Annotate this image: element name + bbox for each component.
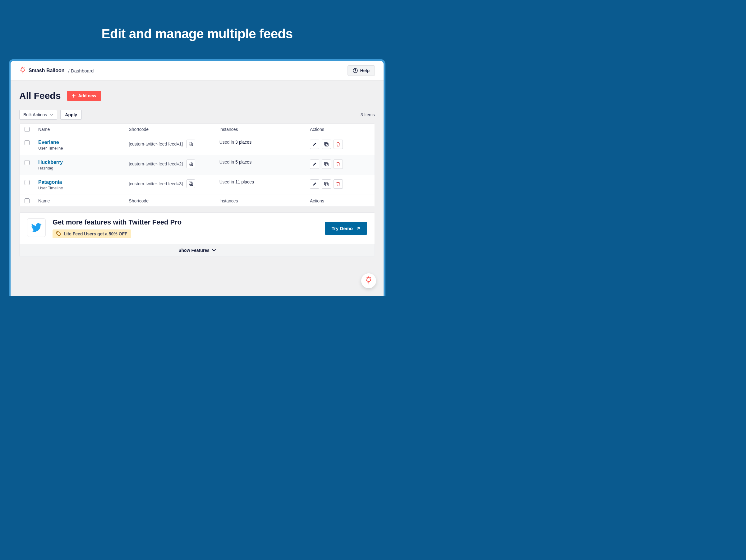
promo-card: Get more features with Twitter Feed Pro … <box>19 213 375 257</box>
table-row: PatagoniaUser Timeline[custom-twitter-fe… <box>20 175 375 195</box>
svg-rect-13 <box>325 183 328 186</box>
try-demo-button[interactable]: Try Demo <box>325 222 367 235</box>
select-all-checkbox-footer[interactable] <box>25 198 30 203</box>
instances-text: Used in 11 places <box>220 179 254 185</box>
copy-icon <box>324 162 328 166</box>
svg-rect-5 <box>325 143 328 146</box>
promo-title: Get more features with Twitter Feed Pro <box>53 218 181 226</box>
svg-rect-10 <box>324 162 327 165</box>
twitter-icon <box>27 218 46 237</box>
copy-icon <box>324 142 328 146</box>
col-actions: Actions <box>306 127 375 132</box>
help-label: Help <box>360 68 370 73</box>
add-new-label: Add new <box>78 93 96 98</box>
instances-link[interactable]: 3 places <box>235 140 252 145</box>
copy-icon <box>189 142 193 146</box>
instances-link[interactable]: 5 places <box>235 160 252 165</box>
row-checkbox[interactable] <box>25 180 30 185</box>
delete-button[interactable] <box>334 179 343 189</box>
feed-name-link[interactable]: Patagonia <box>38 179 62 185</box>
feed-name-link[interactable]: Everlane <box>38 140 59 145</box>
trash-icon <box>336 182 340 186</box>
table-row: HuckberryHashtag[custom-twitter-feed fee… <box>20 155 375 175</box>
table-footer: Name Shortcode Instances Actions <box>20 195 375 206</box>
promo-text: Get more features with Twitter Feed Pro … <box>53 218 181 238</box>
select-all-checkbox[interactable] <box>25 127 30 132</box>
feed-type: Hashtag <box>38 166 53 170</box>
svg-rect-4 <box>189 142 192 145</box>
plus-icon <box>72 94 76 97</box>
tag-icon <box>56 231 61 236</box>
instances-text: Used in 5 places <box>220 160 252 165</box>
controls-row: Bulk Actions Apply 3 Items <box>19 110 375 120</box>
brand-logo-icon <box>19 67 26 74</box>
delete-button[interactable] <box>334 140 343 149</box>
edit-button[interactable] <box>310 160 319 169</box>
promo-left: Get more features with Twitter Feed Pro … <box>27 218 181 238</box>
chevron-down-icon <box>50 114 53 116</box>
brand: Smash Balloon / Dashboard <box>19 67 93 74</box>
col-instances: Instances <box>216 127 306 132</box>
pencil-icon <box>312 162 317 166</box>
items-count: 3 Items <box>361 112 375 117</box>
svg-point-16 <box>367 278 370 281</box>
try-demo-label: Try Demo <box>332 226 353 231</box>
trash-icon <box>336 142 340 146</box>
promo-badge: Lite Feed Users get a 50% OFF <box>53 229 131 238</box>
duplicate-button[interactable] <box>322 140 331 149</box>
chevron-down-icon <box>212 249 216 252</box>
copy-icon <box>324 182 328 186</box>
promo-main: Get more features with Twitter Feed Pro … <box>20 213 375 244</box>
col-actions-footer: Actions <box>306 198 375 203</box>
copy-icon <box>189 162 193 166</box>
svg-rect-7 <box>190 163 193 166</box>
edit-button[interactable] <box>310 179 319 189</box>
svg-rect-11 <box>190 183 193 186</box>
help-icon <box>353 68 358 73</box>
svg-rect-12 <box>189 182 192 185</box>
show-features-label: Show Features <box>178 248 209 253</box>
shortcode-text: [custom-twitter-feed feed=1] <box>129 141 183 146</box>
show-features-toggle[interactable]: Show Features <box>20 244 375 256</box>
app-frame: Smash Balloon / Dashboard Help All Feeds… <box>9 59 385 296</box>
add-new-button[interactable]: Add new <box>67 91 101 101</box>
hero-title: Edit and manage multiple feeds <box>0 0 394 41</box>
svg-point-0 <box>22 68 24 71</box>
feed-type: User Timeline <box>38 146 63 150</box>
col-shortcode-footer: Shortcode <box>125 198 216 203</box>
instances-text: Used in 3 places <box>220 140 252 145</box>
instances-link[interactable]: 11 places <box>235 179 254 185</box>
pencil-icon <box>312 142 317 146</box>
page-title: All Feeds <box>19 90 61 101</box>
app-header: Smash Balloon / Dashboard Help <box>10 61 383 81</box>
shortcode-text: [custom-twitter-feed feed=3] <box>129 181 183 186</box>
svg-rect-14 <box>324 182 327 185</box>
col-name-footer: Name <box>34 198 125 203</box>
col-shortcode: Shortcode <box>125 127 216 132</box>
copy-shortcode-button[interactable] <box>186 179 195 188</box>
col-name: Name <box>34 127 125 132</box>
copy-shortcode-button[interactable] <box>186 140 195 148</box>
svg-point-15 <box>58 232 58 233</box>
help-fab[interactable] <box>361 273 376 288</box>
trash-icon <box>336 162 340 166</box>
copy-shortcode-button[interactable] <box>186 160 195 168</box>
bulk-actions-select[interactable]: Bulk Actions <box>19 110 57 120</box>
row-checkbox[interactable] <box>25 140 30 145</box>
help-button[interactable]: Help <box>347 65 375 76</box>
table-header: Name Shortcode Instances Actions <box>20 124 375 135</box>
row-checkbox[interactable] <box>25 160 30 165</box>
feed-name-link[interactable]: Huckberry <box>38 160 63 165</box>
edit-button[interactable] <box>310 140 319 149</box>
apply-button[interactable]: Apply <box>60 110 82 120</box>
table-row: EverlaneUser Timeline[custom-twitter-fee… <box>20 135 375 155</box>
bulk-actions-label: Bulk Actions <box>23 112 47 117</box>
shortcode-text: [custom-twitter-feed feed=2] <box>129 161 183 166</box>
delete-button[interactable] <box>334 160 343 169</box>
duplicate-button[interactable] <box>322 160 331 169</box>
svg-rect-9 <box>325 163 328 166</box>
brand-name: Smash Balloon <box>29 68 65 74</box>
duplicate-button[interactable] <box>322 179 331 189</box>
content-area: All Feeds Add new Bulk Actions <box>10 81 383 263</box>
pencil-icon <box>312 182 317 186</box>
